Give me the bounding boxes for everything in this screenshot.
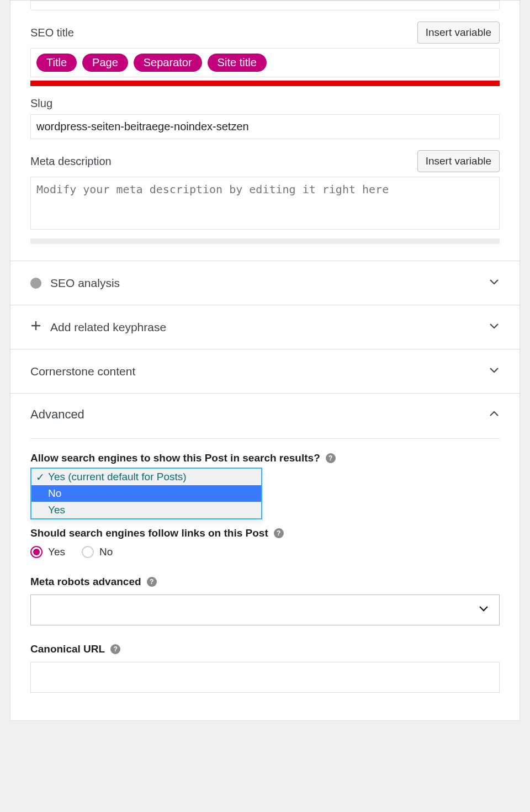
help-icon[interactable]: ? [274, 528, 284, 538]
variable-chip-page[interactable]: Page [82, 54, 128, 72]
slug-input[interactable] [30, 114, 500, 139]
option-no[interactable]: No [31, 485, 261, 502]
advanced-accordion[interactable]: Advanced [30, 406, 500, 433]
cornerstone-label: Cornerstone content [30, 365, 135, 378]
status-dot-icon [30, 278, 41, 289]
follow-yes-label: Yes [48, 546, 65, 558]
add-keyphrase-accordion[interactable]: Add related keyphrase [10, 305, 520, 349]
help-icon[interactable]: ? [147, 577, 157, 587]
cornerstone-accordion[interactable]: Cornerstone content [10, 349, 520, 393]
follow-yes-radio[interactable]: Yes [30, 546, 65, 558]
radio-unchecked-icon [82, 546, 94, 558]
seo-analysis-accordion[interactable]: SEO analysis [10, 261, 520, 305]
chevron-down-icon [489, 319, 500, 336]
seo-analysis-label: SEO analysis [50, 277, 120, 290]
seo-title-input[interactable]: Title Page Separator Site title [30, 48, 500, 77]
chevron-down-icon [478, 602, 489, 618]
radio-checked-icon [30, 546, 43, 558]
meta-robots-label: Meta robots advanced [30, 576, 141, 588]
previous-panel-edge [30, 1, 500, 10]
help-icon[interactable]: ? [326, 453, 336, 463]
meta-description-length-bar [30, 238, 500, 244]
option-yes[interactable]: Yes [31, 502, 261, 518]
divider [30, 438, 500, 439]
meta-description-label: Meta description [30, 155, 112, 168]
allow-index-select[interactable]: Yes (current default for Posts) No Yes [30, 468, 262, 519]
variable-chip-site-title[interactable]: Site title [208, 54, 267, 72]
seo-title-length-bar [30, 81, 500, 86]
variable-chip-separator[interactable]: Separator [134, 54, 202, 72]
chevron-up-icon [489, 406, 500, 423]
plus-icon [30, 320, 41, 334]
allow-index-label: Allow search engines to show this Post i… [30, 452, 320, 464]
seo-title-label: SEO title [30, 26, 74, 39]
add-keyphrase-label: Add related keyphrase [50, 321, 166, 334]
follow-links-label: Should search engines follow links on th… [30, 527, 268, 539]
slug-label: Slug [30, 97, 52, 110]
advanced-label: Advanced [30, 407, 84, 422]
meta-robots-select[interactable] [30, 595, 500, 625]
meta-description-input[interactable] [30, 177, 500, 230]
canonical-url-label: Canonical URL [30, 643, 105, 655]
variable-chip-title[interactable]: Title [36, 54, 77, 72]
insert-variable-meta-desc-button[interactable]: Insert variable [417, 150, 500, 172]
chevron-down-icon [489, 274, 500, 291]
follow-no-label: No [99, 546, 113, 558]
chevron-down-icon [489, 363, 500, 380]
follow-no-radio[interactable]: No [82, 546, 113, 558]
option-default-yes[interactable]: Yes (current default for Posts) [31, 469, 261, 485]
canonical-url-input[interactable] [30, 662, 500, 693]
help-icon[interactable]: ? [110, 644, 120, 654]
insert-variable-seo-title-button[interactable]: Insert variable [417, 22, 500, 44]
